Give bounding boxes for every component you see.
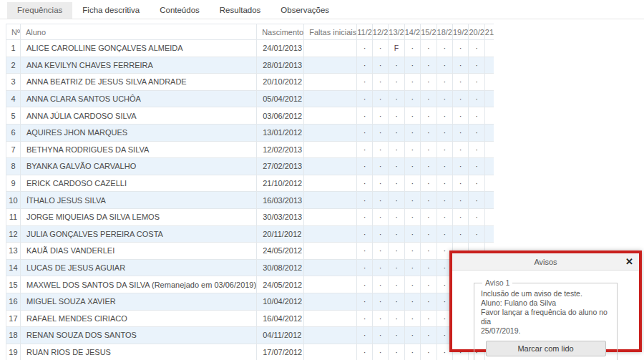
cell-attendance-mark[interactable]: · [372,192,388,209]
cell-attendance-mark[interactable]: · [389,225,404,243]
cell-attendance-mark[interactable]: · [469,107,484,125]
cell-attendance-mark[interactable]: · [436,175,452,192]
cell-attendance-mark[interactable]: · [389,293,404,310]
cell-attendance-mark[interactable]: · [389,175,404,192]
cell-attendance-mark[interactable] [484,158,494,175]
cell-attendance-mark[interactable]: · [404,276,420,293]
cell-attendance-mark[interactable]: · [357,225,373,243]
tab-frequências[interactable]: Frequências [7,2,72,19]
cell-attendance-mark[interactable]: · [469,40,484,57]
cell-attendance-mark[interactable]: · [357,90,373,107]
cell-attendance-mark[interactable]: · [452,192,468,209]
cell-attendance-mark[interactable]: · [404,208,420,225]
cell-attendance-mark[interactable]: · [357,158,373,175]
cell-attendance-mark[interactable]: · [372,225,388,243]
cell-attendance-mark[interactable]: · [372,293,388,310]
cell-attendance-mark[interactable]: · [357,259,373,276]
cell-attendance-mark[interactable]: · [421,225,436,243]
tab-resultados[interactable]: Resultados [210,2,271,19]
cell-attendance-mark[interactable]: · [372,208,388,225]
cell-attendance-mark[interactable]: · [357,175,373,192]
cell-attendance-mark[interactable]: · [404,293,420,310]
cell-attendance-mark[interactable]: · [452,90,468,107]
cell-attendance-mark[interactable] [484,225,494,243]
cell-attendance-mark[interactable]: · [404,74,420,91]
cell-attendance-mark[interactable]: · [389,327,404,344]
cell-attendance-mark[interactable]: · [436,141,452,158]
cell-attendance-mark[interactable]: · [421,141,436,158]
cell-attendance-mark[interactable]: · [357,243,373,260]
cell-attendance-mark[interactable] [484,57,494,74]
cell-attendance-mark[interactable]: · [372,175,388,192]
cell-attendance-mark[interactable]: · [389,57,404,74]
cell-attendance-mark[interactable]: · [452,124,468,141]
cell-attendance-mark[interactable]: · [404,107,420,125]
cell-attendance-mark[interactable]: · [372,90,388,107]
cell-attendance-mark[interactable]: · [357,57,373,74]
cell-attendance-mark[interactable]: · [372,259,388,276]
cell-attendance-mark[interactable]: · [469,175,484,192]
cell-attendance-mark[interactable]: · [421,107,436,125]
cell-attendance-mark[interactable]: · [357,327,373,344]
cell-attendance-mark[interactable]: · [372,344,388,360]
cell-attendance-mark[interactable]: · [469,90,484,107]
cell-attendance-mark[interactable]: · [469,208,484,225]
cell-attendance-mark[interactable]: · [389,259,404,276]
cell-attendance-mark[interactable]: · [389,344,404,360]
cell-attendance-mark[interactable]: · [357,107,373,125]
cell-attendance-mark[interactable]: · [421,90,436,107]
cell-attendance-mark[interactable]: · [421,310,436,327]
cell-attendance-mark[interactable]: · [404,310,420,327]
cell-attendance-mark[interactable]: · [452,107,468,125]
cell-attendance-mark[interactable]: · [436,57,452,74]
cell-attendance-mark[interactable]: · [452,74,468,91]
cell-attendance-mark[interactable]: · [436,124,452,141]
cell-attendance-mark[interactable]: · [372,57,388,74]
cell-attendance-mark[interactable]: · [469,225,484,243]
cell-attendance-mark[interactable]: · [421,208,436,225]
cell-attendance-mark[interactable]: · [357,293,373,310]
cell-attendance-mark[interactable]: · [404,259,420,276]
cell-attendance-mark[interactable]: · [469,124,484,141]
cell-attendance-mark[interactable]: · [372,327,388,344]
cell-attendance-mark[interactable]: · [357,141,373,158]
cell-attendance-mark[interactable]: · [404,40,420,57]
cell-attendance-mark[interactable]: · [357,192,373,209]
cell-attendance-mark[interactable] [484,175,494,192]
close-icon[interactable]: ✕ [625,256,633,268]
cell-attendance-mark[interactable]: · [404,175,420,192]
cell-attendance-mark[interactable]: · [452,158,468,175]
cell-attendance-mark[interactable] [484,141,494,158]
cell-attendance-mark[interactable]: · [372,243,388,260]
cell-attendance-mark[interactable]: · [404,141,420,158]
cell-attendance-mark[interactable]: · [372,74,388,91]
cell-attendance-mark[interactable]: · [389,243,404,260]
mark-as-read-button[interactable]: Marcar com lido [486,341,606,356]
cell-attendance-mark[interactable]: · [372,40,388,57]
tab-ficha-descritiva[interactable]: Ficha descritiva [72,2,150,19]
cell-attendance-mark[interactable]: · [357,40,373,57]
cell-attendance-mark[interactable]: F [389,40,404,57]
cell-attendance-mark[interactable]: · [357,74,373,91]
cell-attendance-mark[interactable]: · [389,192,404,209]
cell-attendance-mark[interactable]: · [421,344,436,360]
cell-attendance-mark[interactable]: · [452,40,468,57]
cell-attendance-mark[interactable]: · [389,90,404,107]
cell-attendance-mark[interactable]: · [389,158,404,175]
cell-attendance-mark[interactable]: · [421,192,436,209]
cell-attendance-mark[interactable]: · [404,243,420,260]
cell-attendance-mark[interactable]: · [436,158,452,175]
cell-attendance-mark[interactable]: · [436,192,452,209]
cell-attendance-mark[interactable]: · [404,124,420,141]
cell-attendance-mark[interactable]: · [421,158,436,175]
cell-attendance-mark[interactable]: · [357,208,373,225]
cell-attendance-mark[interactable]: · [421,124,436,141]
cell-attendance-mark[interactable]: · [421,175,436,192]
cell-attendance-mark[interactable]: · [452,208,468,225]
cell-attendance-mark[interactable]: · [389,124,404,141]
cell-attendance-mark[interactable]: · [469,141,484,158]
cell-attendance-mark[interactable]: · [469,192,484,209]
cell-attendance-mark[interactable]: · [436,40,452,57]
cell-attendance-mark[interactable]: · [421,74,436,91]
cell-attendance-mark[interactable]: · [372,310,388,327]
